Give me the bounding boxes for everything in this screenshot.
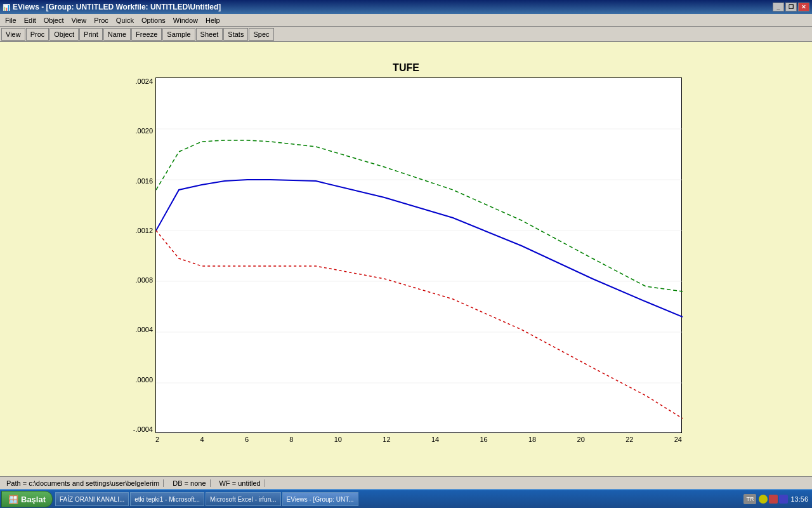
y-axis-label: .0004: [121, 326, 153, 333]
x-axis-labels: 24681012141618202224: [155, 433, 682, 443]
taskbar-item[interactable]: FAİZ ORANI KANALI...: [55, 492, 129, 506]
toolbar-btn-freeze[interactable]: Freeze: [131, 28, 162, 41]
tray-icon-1: [759, 495, 768, 504]
taskbar-item[interactable]: Microsoft Excel - irfun...: [206, 492, 280, 506]
menu-item-object[interactable]: Object: [40, 15, 68, 25]
start-button[interactable]: 🪟 Başlat: [1, 491, 53, 507]
window-controls: _ ❐ ✕: [773, 3, 809, 11]
menu-item-help[interactable]: Help: [202, 15, 224, 25]
window-title: EViews - [Group: UNTITLED Workfile: UNTI…: [13, 3, 773, 11]
taskbar-item[interactable]: etki tepki1 - Microsoft...: [130, 492, 204, 506]
toolbar-btn-sheet[interactable]: Sheet: [196, 28, 223, 41]
toolbar-btn-spec[interactable]: Spec: [249, 28, 273, 41]
menu-item-proc[interactable]: Proc: [90, 15, 112, 25]
status-wf: WF = untitled: [216, 479, 265, 487]
x-axis-label: 22: [625, 436, 633, 443]
x-axis-label: 24: [674, 436, 682, 443]
status-path: Path = c:\documents and settings\user\be…: [3, 479, 164, 487]
y-axis-label: -.0004: [121, 425, 153, 433]
y-axis-label: .0012: [121, 227, 153, 234]
taskbar-items: FAİZ ORANI KANALI...etki tepki1 - Micros…: [55, 492, 743, 506]
tray-icons: [759, 495, 788, 504]
y-axis-label: .0024: [121, 77, 153, 85]
taskbar-item[interactable]: EViews - [Group: UNT...: [282, 492, 358, 506]
y-axis-label: .0020: [121, 127, 153, 135]
x-axis-label: 4: [200, 436, 204, 443]
minimize-button[interactable]: _: [773, 3, 784, 11]
toolbar-btn-view[interactable]: View: [1, 28, 25, 41]
toolbar-btn-stats[interactable]: Stats: [223, 28, 248, 41]
y-axis-label: .0000: [121, 376, 153, 384]
toolbar-btn-print[interactable]: Print: [79, 28, 103, 41]
close-button[interactable]: ✕: [798, 3, 809, 11]
x-axis-label: 10: [334, 436, 342, 443]
menu-item-edit[interactable]: Edit: [20, 15, 40, 25]
toolbar-btn-proc[interactable]: Proc: [26, 28, 49, 41]
restore-button[interactable]: ❐: [785, 3, 797, 11]
tray-icon-3: [779, 495, 788, 504]
x-axis-label: 20: [577, 436, 585, 443]
start-label: Başlat: [21, 495, 46, 504]
taskbar-time: 13:56: [790, 495, 808, 503]
chart-title: TUFE: [121, 62, 691, 74]
taskbar-right: TR 13:56: [743, 494, 808, 504]
tray-icon-2: [769, 495, 778, 504]
menu-item-view[interactable]: View: [68, 15, 91, 25]
menu-item-options[interactable]: Options: [138, 15, 169, 25]
menu-bar: FileEditObjectViewProcQuickOptionsWindow…: [0, 14, 812, 27]
app-icon: 📊: [3, 4, 10, 11]
tray-lang: TR: [743, 494, 756, 504]
y-axis-label: .0008: [121, 276, 153, 284]
menu-item-quick[interactable]: Quick: [112, 15, 138, 25]
x-axis-label: 16: [480, 436, 487, 443]
main-content: TUFE .0024.0020.0016.0012.0008.0004.0000…: [0, 42, 812, 489]
menu-item-window[interactable]: Window: [169, 15, 202, 25]
x-axis-label: 14: [431, 436, 439, 443]
toolbar-btn-sample[interactable]: Sample: [162, 28, 195, 41]
toolbar: ViewProcObjectPrintNameFreezeSampleSheet…: [0, 27, 812, 42]
chart-area: .0024.0020.0016.0012.0008.0004.0000-.000…: [121, 77, 691, 433]
status-db: DB = none: [169, 479, 210, 487]
taskbar: 🪟 Başlat FAİZ ORANI KANALI...etki tepki1…: [0, 489, 812, 508]
toolbar-btn-name[interactable]: Name: [103, 28, 131, 41]
chart-container: TUFE .0024.0020.0016.0012.0008.0004.0000…: [121, 62, 691, 469]
x-axis-label: 8: [289, 436, 293, 443]
x-axis-label: 18: [528, 436, 536, 443]
start-icon: 🪟: [8, 495, 18, 504]
x-axis-label: 6: [245, 436, 249, 443]
x-axis-label: 2: [155, 436, 159, 443]
menu-item-file[interactable]: File: [1, 15, 20, 25]
toolbar-btn-object[interactable]: Object: [49, 28, 79, 41]
y-axis-label: .0016: [121, 177, 153, 185]
status-bar: Path = c:\documents and settings\user\be…: [0, 476, 812, 489]
y-axis-labels: .0024.0020.0016.0012.0008.0004.0000-.000…: [121, 77, 155, 433]
chart-plot: [155, 77, 682, 433]
x-axis-label: 12: [383, 436, 390, 443]
title-bar: 📊 EViews - [Group: UNTITLED Workfile: UN…: [0, 0, 812, 14]
